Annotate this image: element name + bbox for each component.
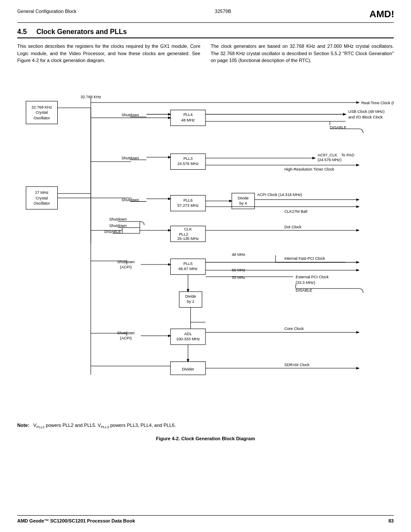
svg-text:Divider: Divider — [182, 367, 194, 371]
svg-text:32.768 KHz: 32.768 KHz — [31, 105, 52, 109]
svg-text:Crystal: Crystal — [36, 196, 48, 200]
svg-text:Shutdown: Shutdown — [109, 217, 127, 221]
svg-text:57.273 MHz: 57.273 MHz — [177, 203, 199, 207]
svg-text:PLL3: PLL3 — [184, 156, 193, 161]
note-label: Note: — [17, 423, 29, 428]
svg-text:ADL: ADL — [184, 331, 192, 336]
svg-text:(33.3 MHz): (33.3 MHz) — [296, 280, 315, 284]
amd-logo: AMD! — [370, 9, 394, 20]
clock-diagram: text { font-family: Arial, sans-serif; f… — [17, 77, 394, 410]
svg-text:(24.576 MHz): (24.576 MHz) — [318, 158, 341, 162]
svg-text:PLL5: PLL5 — [184, 261, 193, 265]
svg-text:ACPI Clock (14.318 MHz): ACPI Clock (14.318 MHz) — [257, 193, 302, 197]
svg-text:USB Clock (48 MHz): USB Clock (48 MHz) — [348, 109, 384, 114]
header-center: 32579B — [215, 9, 231, 14]
svg-text:PLL6: PLL6 — [184, 198, 193, 202]
svg-text:25-135 MHz: 25-135 MHz — [177, 236, 199, 241]
svg-text:Real-Time Clock (RTC): Real-Time Clock (RTC) — [361, 101, 394, 105]
svg-text:Dot Clock: Dot Clock — [284, 224, 302, 229]
svg-text:External PCI Clock: External PCI Clock — [296, 275, 329, 279]
svg-text:Shutdown: Shutdown — [121, 156, 139, 160]
svg-text:Shutdown: Shutdown — [121, 113, 139, 117]
section-content: This section describes the registers for… — [17, 43, 394, 64]
svg-text:100-333 MHz: 100-333 MHz — [176, 336, 200, 341]
svg-text:48 MHz: 48 MHz — [232, 252, 246, 256]
svg-text:AC97_CLK: AC97_CLK — [318, 152, 337, 157]
svg-text:by 4: by 4 — [240, 201, 247, 205]
svg-text:Core Clock: Core Clock — [284, 327, 304, 331]
content-right: The clock generators are based on 32.768… — [211, 43, 394, 64]
content-left: This section describes the registers for… — [17, 43, 200, 64]
svg-text:Shutdown: Shutdown — [117, 330, 135, 335]
svg-text:To PAD: To PAD — [341, 152, 355, 157]
svg-text:Oscillator: Oscillator — [34, 201, 50, 205]
header-left: General Configuration Block — [17, 9, 77, 14]
svg-text:Shutdown: Shutdown — [117, 259, 135, 264]
svg-text:Oscillator: Oscillator — [34, 115, 50, 120]
note-text: VPLL2 powers PLL2 and PLL5. VPLL3 powers… — [31, 423, 176, 428]
svg-text:Divide: Divide — [185, 294, 196, 299]
svg-text:SDRAM Clock: SDRAM Clock — [284, 362, 310, 367]
section-title: 4.5 Clock Generators and PLLs — [17, 28, 394, 38]
footer-left: AMD Geode™ SC1200/SC1201 Processor Data … — [17, 518, 135, 523]
svg-text:33 MHz: 33 MHz — [232, 275, 246, 280]
footer-right: 83 — [389, 518, 394, 523]
svg-text:24.576 MHz: 24.576 MHz — [177, 162, 199, 166]
figure-caption: Figure 4-2. Clock Generation Block Diagr… — [17, 436, 394, 441]
svg-text:48 MHz: 48 MHz — [181, 118, 195, 122]
section-number: 4.5 — [17, 28, 27, 35]
svg-text:27 MHz: 27 MHz — [35, 190, 49, 195]
svg-text:Shutdown: Shutdown — [121, 197, 139, 202]
svg-text:High-Resolution Timer Clock: High-Resolution Timer Clock — [284, 167, 334, 171]
svg-text:(ACPI): (ACPI) — [120, 336, 131, 340]
note-section: Note: VPLL2 powers PLL2 and PLL5. VPLL3 … — [17, 423, 394, 429]
svg-text:by 2: by 2 — [187, 299, 194, 304]
svg-text:Internal Fast-PCI Clock: Internal Fast-PCI Clock — [284, 256, 325, 260]
svg-text:Divide: Divide — [238, 196, 249, 200]
svg-text:and I/O Block Clock: and I/O Block Clock — [348, 115, 383, 119]
section-heading: Clock Generators and PLLs — [36, 28, 127, 35]
svg-text:PLL4: PLL4 — [184, 112, 193, 117]
svg-text:CLK27M Ball: CLK27M Ball — [284, 209, 307, 214]
svg-text:66.67 MHz: 66.67 MHz — [178, 267, 198, 271]
page-footer: AMD Geode™ SC1200/SC1201 Processor Data … — [17, 515, 394, 523]
page-header: General Configuration Block 32579B AMD! — [17, 9, 394, 23]
svg-text:Shutdown: Shutdown — [109, 223, 127, 227]
svg-text:(ACPI): (ACPI) — [120, 265, 131, 269]
diagram-container: text { font-family: Arial, sans-serif; f… — [17, 77, 394, 411]
svg-text:PLL2: PLL2 — [179, 232, 188, 236]
svg-text:Crystal: Crystal — [36, 110, 48, 115]
svg-text:DISABLE: DISABLE — [296, 288, 312, 292]
svg-text:CLK: CLK — [184, 227, 192, 231]
